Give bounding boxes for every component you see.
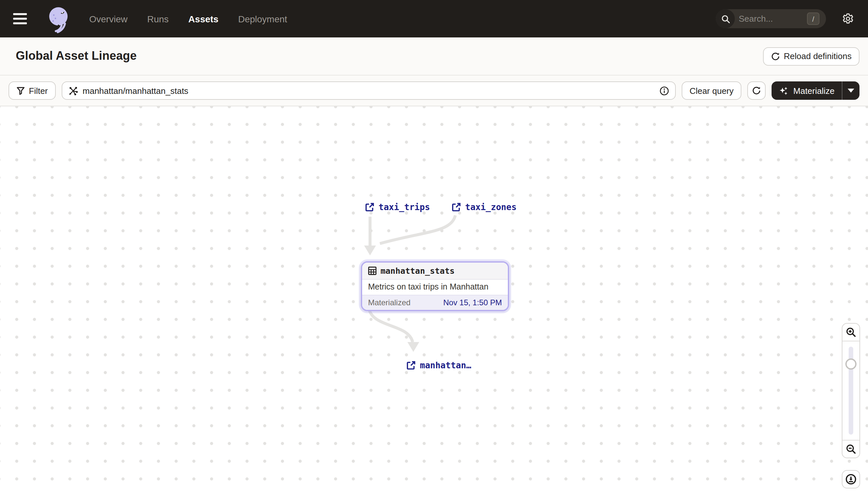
lineage-toolbar: Filter Clear query (0, 75, 868, 106)
zoom-in-button[interactable] (843, 324, 860, 341)
status-label: Materialized (368, 298, 410, 307)
zoom-out-icon (846, 444, 856, 454)
sparkle-icon (779, 86, 789, 96)
dagster-app: Overview Runs Assets Deployment / Glob (0, 0, 868, 495)
asset-node-taxi-zones[interactable]: taxi_zones (451, 202, 517, 212)
zoom-slider[interactable] (843, 341, 860, 440)
asset-card-header: manhattan_stats (362, 262, 508, 280)
nav-link-overview[interactable]: Overview (89, 14, 128, 24)
hamburger-menu-icon[interactable] (13, 7, 35, 30)
zoom-control-panel (842, 323, 860, 458)
asset-name: manhattan_stats (380, 266, 455, 276)
asset-description: Metrics on taxi trips in Manhattan (362, 280, 508, 295)
materialize-button-group: Materialize (772, 81, 860, 100)
asset-graph-icon (68, 86, 78, 96)
external-link-icon (365, 202, 375, 212)
search-input[interactable] (739, 14, 799, 24)
nav-link-runs[interactable]: Runs (147, 14, 169, 24)
asset-query-input[interactable] (83, 86, 655, 96)
asset-node-taxi-trips[interactable]: taxi_trips (365, 202, 430, 212)
external-link-icon (451, 202, 461, 212)
external-link-icon (406, 360, 416, 370)
nav-link-assets[interactable]: Assets (188, 14, 218, 24)
recenter-view-button[interactable] (842, 470, 860, 489)
asset-query-box[interactable] (62, 81, 676, 100)
lineage-canvas[interactable]: taxi_trips taxi_zones manhattan_stats Me… (0, 106, 868, 495)
gear-icon[interactable] (839, 10, 856, 27)
asset-card-manhattan-stats[interactable]: manhattan_stats Metrics on taxi trips in… (361, 261, 509, 311)
chevron-down-icon (848, 89, 854, 92)
asset-status-row: Materialized Nov 15, 1:50 PM (362, 295, 508, 310)
primary-nav: Overview Runs Assets Deployment (89, 14, 287, 24)
zoom-slider-handle[interactable] (845, 358, 856, 370)
reload-definitions-button[interactable]: Reload definitions (763, 47, 860, 65)
download-view-icon (845, 473, 857, 485)
dagster-logo[interactable] (46, 5, 72, 34)
filter-icon (16, 86, 25, 95)
clear-query-button[interactable]: Clear query (682, 81, 741, 100)
global-search[interactable]: / (716, 9, 826, 28)
page-header: Global Asset Lineage Reload definitions (0, 37, 868, 75)
nav-right-group: / (716, 9, 859, 28)
page-title: Global Asset Lineage (16, 49, 137, 63)
zoom-out-button[interactable] (843, 440, 860, 458)
nav-link-deployment[interactable]: Deployment (238, 14, 287, 24)
zoom-in-icon (846, 327, 856, 338)
table-icon (368, 267, 377, 275)
materialize-button[interactable]: Materialize (772, 81, 842, 100)
refresh-query-button[interactable] (747, 81, 766, 100)
asset-node-manhattan-downstream[interactable]: manhattan… (406, 360, 472, 370)
top-nav-bar: Overview Runs Assets Deployment / (0, 0, 868, 37)
filter-button[interactable]: Filter (8, 81, 56, 100)
search-shortcut-badge: / (807, 13, 819, 25)
status-timestamp[interactable]: Nov 15, 1:50 PM (443, 298, 502, 307)
info-icon[interactable] (659, 86, 669, 96)
refresh-icon (752, 86, 761, 95)
search-icon (716, 9, 735, 28)
materialize-dropdown-button[interactable] (842, 81, 860, 100)
refresh-icon (770, 52, 780, 61)
